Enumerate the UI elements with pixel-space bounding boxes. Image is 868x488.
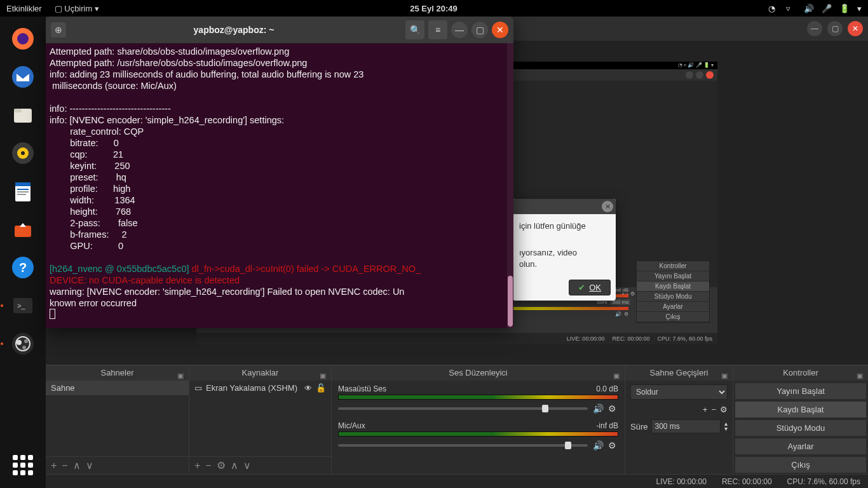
- transition-select[interactable]: Soldur: [630, 384, 728, 400]
- ok-label: OK: [589, 283, 601, 292]
- scene-item[interactable]: Sahne: [46, 381, 189, 395]
- transitions-header[interactable]: Sahne Geçişleri▣: [625, 365, 733, 381]
- scenes-header[interactable]: Sahneler▣: [46, 365, 189, 381]
- settings-icon[interactable]: ⚙: [217, 459, 226, 471]
- obs-maximize-button[interactable]: ▢: [827, 21, 843, 36]
- dock-software[interactable]: [6, 212, 40, 247]
- minimize-button[interactable]: —: [451, 22, 468, 38]
- channel-db: -inf dB: [596, 421, 618, 430]
- dock-rhythmbox[interactable]: [6, 136, 40, 170]
- clock[interactable]: 25 Eyl 20:49: [99, 4, 768, 13]
- mini-gear-icon: ⚙: [624, 311, 628, 317]
- error-dialog: ✕ için lütfen günlüğe ıyorsanız, video o…: [513, 199, 616, 301]
- add-icon[interactable]: +: [703, 405, 708, 414]
- duration-label: Süre: [630, 422, 648, 431]
- pop-out-icon[interactable]: ▣: [855, 368, 864, 377]
- show-applications[interactable]: [13, 455, 33, 475]
- volume-icon[interactable]: 🔊: [804, 4, 813, 13]
- up-icon[interactable]: ∧: [73, 459, 81, 471]
- mini-status-rec: REC: 00:00:00: [612, 336, 649, 342]
- maximize-button[interactable]: ▢: [471, 22, 488, 38]
- check-icon: ✔: [578, 283, 585, 292]
- source-item[interactable]: ▭ Ekran Yakalama (XSHM) 👁 🔓: [189, 381, 331, 395]
- sources-header[interactable]: Kaynaklar▣: [189, 365, 331, 381]
- dock-firefox[interactable]: [6, 22, 40, 56]
- pop-out-icon[interactable]: ▣: [612, 368, 621, 377]
- mini-ctrl-btn: Çıkış: [637, 312, 709, 322]
- obs-close-button[interactable]: ✕: [848, 21, 863, 36]
- svg-point-21: [24, 339, 28, 343]
- start-streaming-button[interactable]: Yayını Başlat: [735, 383, 867, 400]
- exit-button[interactable]: Çıkış: [735, 456, 867, 473]
- gear-icon[interactable]: ⚙: [608, 403, 618, 414]
- activities-button[interactable]: Etkinlikler: [6, 4, 42, 13]
- close-button[interactable]: ✕: [492, 22, 508, 38]
- mixer-channel-mic: Mic/Aux-inf dB 🔊 ⚙: [332, 417, 625, 454]
- speaker-icon[interactable]: 🔊: [593, 440, 603, 451]
- pop-out-icon[interactable]: ▣: [720, 368, 729, 377]
- duration-input[interactable]: [651, 419, 721, 433]
- start-recording-button[interactable]: Kaydı Başlat: [735, 401, 867, 418]
- menu-button[interactable]: ≡: [428, 20, 447, 39]
- battery-icon[interactable]: 🔋: [839, 4, 848, 13]
- dock-terminal[interactable]: >_: [6, 288, 40, 323]
- terminal-header[interactable]: ⊕ yapboz@yapboz: ~ 🔍 ≡ — ▢ ✕: [46, 17, 513, 43]
- mini-close: [706, 71, 714, 79]
- svg-point-1: [17, 33, 29, 44]
- down-icon[interactable]: ∨: [243, 459, 251, 471]
- lock-icon[interactable]: 🔓: [316, 383, 326, 393]
- wifi-icon[interactable]: ▿: [786, 4, 795, 13]
- dialog-text: olun.: [519, 259, 609, 270]
- status-rec: REC: 00:00:00: [722, 477, 772, 486]
- pop-out-icon[interactable]: ▣: [176, 368, 185, 377]
- dock-obs[interactable]: [6, 327, 40, 361]
- mic-icon[interactable]: 🎤: [822, 4, 831, 13]
- new-tab-button[interactable]: ⊕: [51, 22, 66, 37]
- settings-button[interactable]: Ayarlar: [735, 438, 867, 455]
- dock-files[interactable]: [6, 98, 40, 132]
- up-icon[interactable]: ∧: [231, 459, 238, 471]
- gear-icon[interactable]: ⚙: [608, 440, 618, 451]
- gear-icon[interactable]: ⚙: [720, 405, 728, 414]
- remove-icon[interactable]: −: [205, 460, 211, 471]
- svg-text:>_: >_: [17, 302, 25, 309]
- dock-thunderbird[interactable]: [6, 60, 40, 94]
- speaker-icon[interactable]: 🔊: [593, 403, 603, 414]
- dock-help[interactable]: ?: [6, 250, 40, 285]
- terminal-cursor: [50, 309, 55, 319]
- visibility-icon[interactable]: 👁: [304, 384, 312, 393]
- mini-ctrl-btn: Ayarlar: [637, 302, 709, 312]
- add-icon[interactable]: +: [51, 460, 57, 471]
- obs-tray-icon[interactable]: ◔: [768, 4, 777, 13]
- mini-controls-header: Kontroller: [637, 261, 709, 271]
- terminal-scrollbar[interactable]: [507, 43, 513, 328]
- dialog-ok-button[interactable]: ✔OK: [569, 280, 611, 295]
- dock-writer[interactable]: [6, 174, 40, 208]
- pop-out-icon[interactable]: ▣: [318, 368, 327, 377]
- scenes-dock: Sahneler▣ Sahne + − ∧ ∨: [46, 365, 189, 474]
- dialog-close-button[interactable]: ✕: [602, 201, 613, 212]
- mixer-header[interactable]: Ses Düzenleyici▣: [332, 365, 625, 381]
- obs-minimize-button[interactable]: —: [807, 21, 822, 36]
- remove-icon[interactable]: −: [62, 460, 67, 471]
- term-line: cqp: 21: [50, 149, 123, 159]
- app-menu[interactable]: ▢ Uçbirim ▾: [55, 4, 99, 13]
- stepper-icon[interactable]: ▴▾: [724, 421, 728, 431]
- studio-mode-button[interactable]: Stüdyo Modu: [735, 419, 867, 437]
- terminal-body[interactable]: Attempted path: share/obs/obs-studio/ima…: [46, 43, 513, 328]
- svg-point-20: [17, 340, 22, 345]
- add-icon[interactable]: +: [194, 460, 200, 471]
- controls-header[interactable]: Kontroller▣: [733, 365, 868, 381]
- volume-slider[interactable]: [338, 444, 588, 447]
- term-line-red: dl_fn->cuda_dl->cuInit(0) failed -> CUDA…: [192, 264, 421, 274]
- volume-slider[interactable]: [338, 407, 588, 410]
- system-menu-chevron[interactable]: ▾: [857, 4, 862, 13]
- dialog-header[interactable]: ✕: [513, 199, 616, 214]
- scrollbar-thumb[interactable]: [508, 276, 513, 327]
- term-line: warning: [NVENC encoder: 'simple_h264_re…: [50, 287, 404, 297]
- down-icon[interactable]: ∨: [86, 459, 93, 471]
- remove-icon[interactable]: −: [711, 405, 716, 414]
- mini-min: [686, 71, 693, 79]
- search-button[interactable]: 🔍: [405, 20, 424, 39]
- term-line: profile: high: [50, 184, 130, 194]
